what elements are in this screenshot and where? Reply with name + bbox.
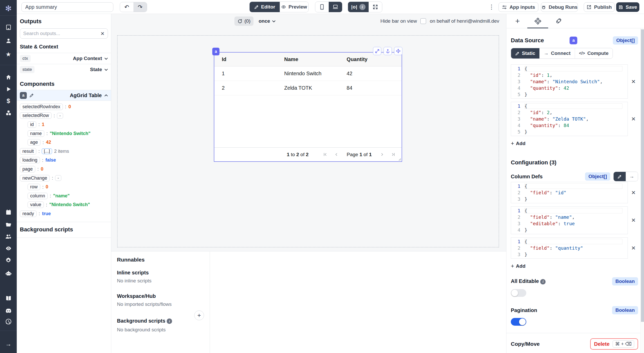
grid-cell[interactable]: Zelda TOTK [277, 85, 339, 91]
all-editable-toggle[interactable] [511, 289, 526, 297]
groups-icon[interactable] [0, 231, 17, 242]
output-row[interactable]: name:"Nintendo Switch" [20, 129, 108, 138]
app-inputs-button[interactable]: App inputs [498, 2, 538, 12]
folders-icon[interactable] [0, 220, 17, 230]
resize-handle[interactable] [398, 158, 401, 161]
app-summary-input[interactable] [21, 2, 113, 12]
hide-bar-checkbox[interactable] [420, 18, 426, 24]
grid-column-header[interactable]: Name [277, 56, 339, 62]
grid-cell[interactable]: 2 [214, 85, 277, 91]
connect-mode-button[interactable]: → [626, 172, 638, 181]
static-tab[interactable]: Static [511, 48, 539, 58]
remove-block-button[interactable]: ✕ [628, 114, 639, 124]
next-page-icon[interactable] [380, 152, 384, 157]
schedules-icon[interactable] [0, 207, 17, 217]
workspace-icon[interactable] [0, 22, 17, 32]
desktop-view-button[interactable] [329, 2, 342, 12]
more-menu-button[interactable]: ⋮ [488, 0, 495, 14]
output-row[interactable]: page:0 [20, 165, 108, 174]
save-button[interactable]: Save [616, 2, 639, 12]
variables-icon[interactable]: $ [0, 96, 17, 106]
runs-icon[interactable] [0, 84, 17, 94]
scrollbar-thumb[interactable] [641, 29, 644, 322]
pagination-toggle[interactable] [511, 318, 526, 326]
grid-column-header[interactable]: Quantity [339, 56, 402, 62]
output-row[interactable]: result:[...]2 items [20, 147, 108, 156]
prev-page-icon[interactable] [334, 152, 338, 157]
json-editor[interactable]: 1{2 "field": "quantity"3} [511, 237, 628, 259]
windmill-logo[interactable]: ✻ [0, 3, 17, 14]
fullscreen-button[interactable] [369, 2, 382, 12]
grid-cell[interactable]: Nintendo Switch [277, 71, 339, 77]
favorites-icon[interactable]: ★ [0, 49, 17, 60]
info-icon[interactable]: i [359, 4, 366, 10]
output-row[interactable]: row:0 [20, 182, 108, 191]
grid-cell[interactable]: 42 [339, 71, 402, 77]
output-row[interactable]: newChange:- [20, 174, 108, 183]
mobile-view-button[interactable] [315, 2, 329, 12]
editor-tab[interactable]: Editor [250, 2, 280, 12]
docs-icon[interactable] [0, 293, 17, 304]
add-data-row-button[interactable]: +Add [511, 140, 526, 147]
output-row[interactable]: column:"name" [20, 191, 108, 200]
compute-tab[interactable]: </> Compute [575, 48, 613, 58]
output-row[interactable]: value:"Nintendo Switch" [20, 200, 108, 209]
json-editor[interactable]: 1{2 "id": 2,3 "name": "Zelda TOTK",4 "qu… [511, 102, 628, 136]
remove-block-button[interactable]: ✕ [628, 243, 639, 253]
search-outputs-input[interactable]: Search outputs... ✕ [20, 28, 108, 39]
grid-row[interactable]: 1Nintendo Switch42 [214, 66, 402, 81]
component-row[interactable]: a AgGrid Table [17, 90, 111, 101]
component-settings-tab[interactable] [530, 14, 546, 28]
add-background-script-button[interactable]: + [194, 310, 204, 320]
discord-icon[interactable] [0, 306, 17, 316]
connect-tab[interactable]: → Connect [539, 48, 575, 58]
publish-button[interactable]: Publish [584, 2, 615, 12]
move-button[interactable] [394, 47, 402, 55]
pencil-icon[interactable] [29, 93, 34, 98]
scrollbar[interactable] [640, 28, 644, 353]
insert-tab[interactable]: + [510, 14, 525, 28]
refresh-button[interactable]: (0) [234, 16, 253, 26]
grid-cell[interactable]: 1 [214, 71, 277, 77]
resources-icon[interactable] [0, 108, 17, 118]
output-row[interactable]: selectedRowIndex:0 [20, 102, 108, 111]
first-page-icon[interactable] [323, 152, 327, 157]
styling-tab[interactable] [551, 14, 566, 28]
output-row[interactable]: age:42 [20, 138, 108, 147]
aggrid-table-component[interactable]: a IdNameQuantity 1Nintendo Switch422Zeld… [214, 52, 402, 162]
user-icon[interactable] [0, 36, 17, 46]
grid-row[interactable]: 2Zelda TOTK84 [214, 81, 402, 95]
undo-button[interactable]: ↶ [120, 2, 133, 12]
output-row[interactable]: loading:false [20, 156, 108, 165]
last-page-icon[interactable] [391, 152, 395, 157]
expand-sidebar-icon[interactable]: → [0, 339, 17, 349]
grid-column-header[interactable]: Id [214, 56, 277, 62]
app-canvas[interactable]: (0) once Hide bar on view on behalf of h… [111, 14, 506, 251]
remove-block-button[interactable]: ✕ [628, 77, 639, 87]
output-row[interactable]: selectedRow:- [20, 111, 108, 120]
delete-component-button[interactable]: Delete ⌘ + ⌫ [590, 338, 638, 350]
github-icon[interactable] [0, 316, 17, 327]
preview-tab[interactable]: Preview [280, 2, 308, 12]
json-editor[interactable]: 1{2 "field": "id"3} [511, 182, 628, 203]
schedule-dropdown[interactable]: once [259, 16, 276, 26]
remove-block-button[interactable]: ✕ [628, 215, 639, 225]
expand-button[interactable] [373, 47, 381, 55]
anchor-button[interactable] [384, 47, 392, 55]
json-editor[interactable]: 1{2 "field": "name",3 "editable": true4} [511, 206, 628, 234]
ctx-row[interactable]: ctx App Context [17, 53, 111, 64]
grid-cell[interactable]: 84 [339, 85, 402, 91]
output-row[interactable]: id:1 [20, 120, 108, 129]
redo-button[interactable]: ↷ [133, 2, 147, 12]
output-row[interactable]: ready:true [20, 209, 108, 218]
json-editor[interactable]: 1{2 "id": 1,3 "name": "Nintendo Switch",… [511, 64, 628, 99]
settings-icon[interactable] [0, 255, 17, 265]
add-column-def-button[interactable]: +Add [511, 263, 526, 270]
state-row[interactable]: state State [17, 64, 111, 75]
debug-runs-button[interactable]: Debug Runs [541, 2, 578, 12]
home-icon[interactable] [0, 72, 17, 82]
columns-view-button[interactable]: |o| i [348, 2, 369, 12]
edit-mode-button[interactable] [614, 172, 626, 181]
clear-search-button[interactable]: ✕ [100, 31, 105, 37]
ai-icon[interactable] [0, 268, 17, 279]
